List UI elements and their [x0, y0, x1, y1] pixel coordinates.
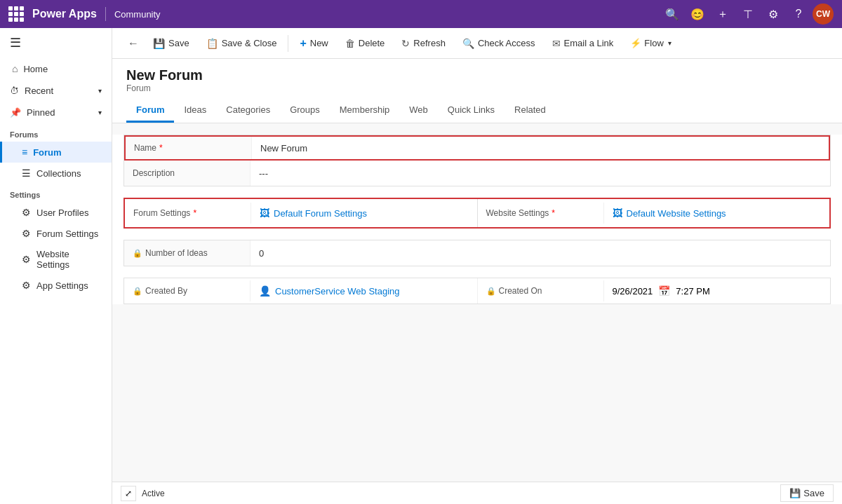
- forum-settings-value[interactable]: 🖼 Default Forum Settings: [251, 202, 477, 224]
- cmd-divider1: [288, 35, 288, 52]
- flow-label: Flow: [644, 38, 663, 48]
- num-ideas-label: 🔒 Number of Ideas: [124, 240, 250, 266]
- new-label: New: [310, 38, 328, 48]
- flow-chevron-icon: ▾: [668, 39, 671, 47]
- sidebar: ☰ ⌂ Home ⏱ Recent ▾ 📌 Pinned ▾ Forums ≡ …: [0, 28, 112, 504]
- created-on-date: 9/26/2021: [613, 286, 653, 297]
- form-body: Name * New Forum Description ---: [112, 135, 842, 304]
- description-label: Description: [124, 161, 250, 186]
- lock-icon2: 🔒: [133, 287, 142, 296]
- save-label: Save: [168, 38, 189, 48]
- back-button[interactable]: ←: [123, 34, 143, 53]
- sidebar-user-profiles-label: User Profiles: [36, 207, 88, 218]
- waffle-menu[interactable]: [8, 6, 24, 22]
- num-ideas-row: 🔒 Number of Ideas 0: [124, 240, 830, 266]
- settings-fields-section: Forum Settings * 🖼 Default Forum Setting…: [123, 198, 831, 229]
- sidebar-item-recent[interactable]: ⏱ Recent ▾: [0, 80, 112, 102]
- sidebar-item-pinned[interactable]: 📌 Pinned ▾: [0, 102, 112, 123]
- check-access-button[interactable]: 🔍 Check Access: [455, 34, 542, 53]
- forum-settings-icon: ⚙: [22, 228, 31, 239]
- created-by-value: 👤 CustomerService Web Staging: [250, 280, 477, 302]
- sidebar-forum-label: Forum: [33, 147, 61, 158]
- status-save-button[interactable]: 💾 Save: [780, 484, 834, 502]
- delete-icon: 🗑: [345, 38, 355, 49]
- feedback-icon[interactable]: 😊: [686, 3, 709, 25]
- forum-settings-icon: 🖼: [260, 207, 269, 219]
- forum-settings-link[interactable]: Default Forum Settings: [274, 208, 367, 219]
- created-on-value: 9/26/2021 📅 7:27 PM: [604, 280, 831, 302]
- main-layout: ☰ ⌂ Home ⏱ Recent ▾ 📌 Pinned ▾ Forums ≡ …: [0, 28, 842, 504]
- hamburger-icon[interactable]: ☰: [0, 28, 112, 57]
- email-link-button[interactable]: ✉ Email a Link: [545, 34, 621, 53]
- sidebar-website-settings-label: Website Settings: [36, 249, 102, 270]
- created-by-link[interactable]: CustomerService Web Staging: [275, 286, 400, 297]
- tab-categories[interactable]: Categories: [216, 99, 280, 123]
- sidebar-app-settings-label: App Settings: [36, 280, 88, 291]
- help-icon[interactable]: ?: [787, 3, 810, 25]
- sidebar-item-forum[interactable]: ≡ Forum: [0, 142, 112, 163]
- delete-button[interactable]: 🗑 Delete: [338, 34, 392, 53]
- flow-icon: ⚡: [630, 38, 641, 48]
- settings-row: Forum Settings * 🖼 Default Forum Setting…: [125, 199, 829, 227]
- search-icon[interactable]: 🔍: [661, 3, 683, 25]
- form-tabs: Forum Ideas Categories Groups Membership…: [126, 99, 828, 123]
- name-required-star: *: [159, 143, 163, 153]
- sidebar-item-user-profiles[interactable]: ⚙ User Profiles: [0, 202, 112, 223]
- filter-icon[interactable]: ⊤: [737, 3, 759, 25]
- num-ideas-value: 0: [250, 240, 830, 266]
- refresh-button[interactable]: ↻ Refresh: [394, 34, 453, 53]
- audit-section: 🔒 Created By 👤 CustomerService Web Stagi…: [123, 278, 831, 304]
- tab-membership[interactable]: Membership: [330, 99, 400, 123]
- created-by-col: 🔒 Created By 👤 CustomerService Web Stagi…: [124, 278, 478, 304]
- check-access-label: Check Access: [478, 38, 535, 48]
- tab-forum[interactable]: Forum: [126, 99, 174, 123]
- sidebar-home-label: Home: [23, 64, 48, 74]
- name-label: Name *: [126, 137, 252, 159]
- description-value[interactable]: ---: [250, 161, 830, 186]
- lock-icon3: 🔒: [486, 287, 496, 296]
- sidebar-recent-label: Recent: [25, 86, 53, 96]
- forum-settings-required: *: [193, 208, 196, 218]
- sidebar-item-forum-settings[interactable]: ⚙ Forum Settings: [0, 223, 112, 244]
- website-settings-required: *: [552, 208, 555, 218]
- flow-button[interactable]: ⚡ Flow ▾: [623, 34, 678, 52]
- sidebar-section-settings: Settings: [0, 184, 112, 202]
- sidebar-item-collections[interactable]: ☰ Collections: [0, 163, 112, 184]
- num-ideas-section: 🔒 Number of Ideas 0: [123, 240, 831, 266]
- name-value[interactable]: New Forum: [252, 137, 829, 159]
- sidebar-item-app-settings[interactable]: ⚙ App Settings: [0, 275, 112, 296]
- app-name: Power Apps: [32, 8, 97, 20]
- chevron-down-icon: ▾: [98, 87, 102, 95]
- expand-button[interactable]: ⤢: [121, 486, 136, 501]
- forum-icon: ≡: [22, 147, 27, 158]
- add-icon[interactable]: ＋: [711, 3, 734, 25]
- top-nav: Power Apps Community 🔍 😊 ＋ ⊤ ⚙ ? CW: [0, 0, 842, 28]
- tab-ideas[interactable]: Ideas: [174, 99, 216, 123]
- avatar[interactable]: CW: [813, 4, 834, 25]
- website-settings-value[interactable]: 🖼 Default Website Settings: [604, 202, 830, 224]
- website-settings-icon: 🖼: [613, 207, 622, 219]
- refresh-label: Refresh: [413, 38, 446, 48]
- new-icon: +: [300, 37, 306, 50]
- form-title: New Forum: [126, 67, 828, 83]
- website-settings-link[interactable]: Default Website Settings: [627, 208, 726, 219]
- description-field-row: Description ---: [124, 161, 830, 186]
- save-button[interactable]: 💾 Save: [146, 34, 196, 53]
- tab-web[interactable]: Web: [399, 99, 438, 123]
- env-name[interactable]: Community: [114, 9, 161, 20]
- created-on-label: 🔒 Created On: [478, 280, 604, 301]
- status-right: 💾 Save: [780, 484, 834, 502]
- tab-quick-links[interactable]: Quick Links: [438, 99, 504, 123]
- save-close-button[interactable]: 📋 Save & Close: [199, 34, 284, 53]
- user-profiles-icon: ⚙: [22, 207, 31, 218]
- new-button[interactable]: + New: [293, 34, 335, 53]
- tab-groups[interactable]: Groups: [280, 99, 330, 123]
- calendar-icon[interactable]: 📅: [658, 285, 670, 297]
- sidebar-item-home[interactable]: ⌂ Home: [0, 57, 112, 80]
- sidebar-item-website-settings[interactable]: ⚙ Website Settings: [0, 244, 112, 275]
- save-icon: 💾: [153, 38, 165, 49]
- tab-related[interactable]: Related: [504, 99, 556, 123]
- expand-icon: ⤢: [125, 489, 132, 498]
- settings-gear-icon[interactable]: ⚙: [762, 3, 784, 25]
- save-close-label: Save & Close: [222, 38, 277, 48]
